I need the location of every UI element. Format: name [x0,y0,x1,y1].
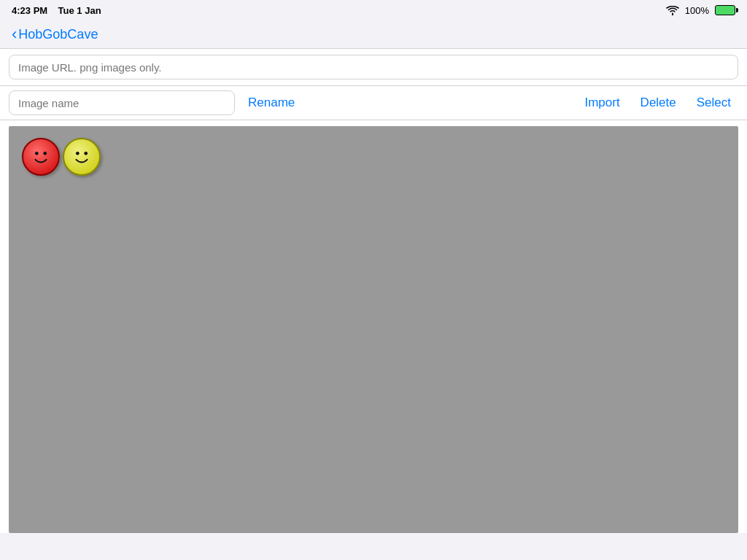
status-bar: 4:23 PM Tue 1 Jan 100% [0,0,747,20]
select-button[interactable]: Select [689,93,738,113]
status-time: 4:23 PM [12,5,47,16]
main-content: Rename Import Delete Select [0,49,747,533]
yellow-smiley-face [68,143,96,171]
url-input[interactable] [9,55,738,79]
status-time-date: 4:23 PM Tue 1 Jan [12,5,101,16]
red-smiley-face [27,143,55,171]
battery-percent: 100% [685,5,709,16]
svg-point-0 [35,152,39,155]
url-input-container [0,49,747,86]
back-chevron-icon: ‹ [12,26,17,42]
battery-icon [715,5,735,15]
import-button[interactable]: Import [577,93,627,113]
wifi-icon [666,6,679,15]
status-date: Tue 1 Jan [58,5,101,16]
canvas-area[interactable] [9,126,738,533]
back-button[interactable]: ‹ HobGobCave [12,26,98,42]
svg-point-2 [76,152,80,155]
back-label: HobGobCave [18,27,98,42]
rename-button[interactable]: Rename [241,93,302,113]
status-right: 100% [666,5,735,16]
red-smiley[interactable] [22,138,60,176]
image-name-input[interactable] [9,90,235,115]
toolbar-row: Rename Import Delete Select [0,86,747,120]
yellow-smiley[interactable] [63,138,101,176]
delete-button[interactable]: Delete [633,93,684,113]
nav-bar: ‹ HobGobCave [0,20,747,49]
svg-point-1 [43,152,47,155]
svg-point-3 [84,152,88,155]
